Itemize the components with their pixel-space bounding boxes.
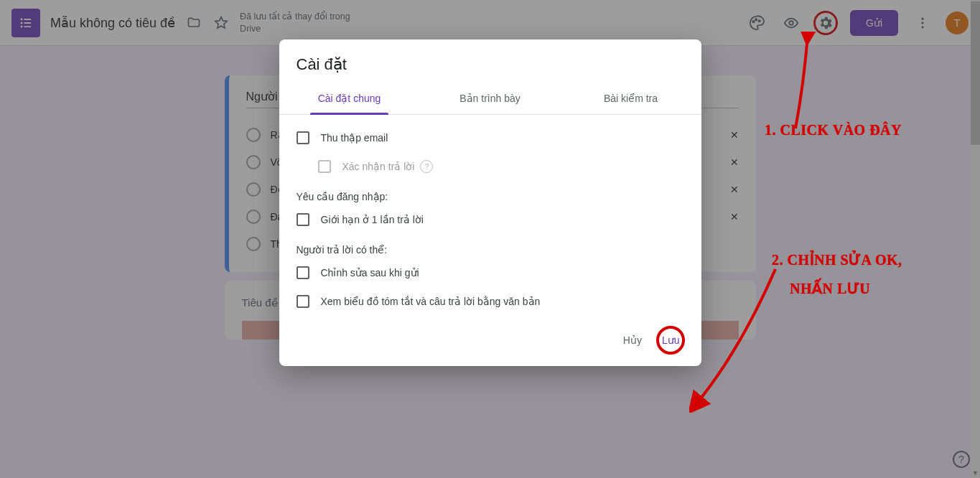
arrow-1 [790, 32, 818, 136]
checkbox-icon[interactable] [297, 266, 309, 279]
save-button[interactable]: Lưu [655, 329, 687, 352]
edit-after-label: Chỉnh sửa sau khi gửi [321, 267, 419, 278]
collect-email-row[interactable]: Thu thập email [297, 123, 684, 152]
annotation-step2b: NHẤN LƯU [790, 280, 870, 297]
tab-presentation[interactable]: Bản trình bày [420, 83, 561, 114]
limit-one-label: Giới hạn ở 1 lần trả lời [321, 214, 424, 225]
limit-one-row[interactable]: Giới hạn ở 1 lần trả lời [297, 205, 684, 234]
edit-after-row[interactable]: Chỉnh sửa sau khi gửi [297, 258, 684, 287]
settings-dialog: Cài đặt Cài đặt chung Bản trình bày Bài … [279, 39, 701, 366]
checkbox-icon[interactable] [297, 131, 309, 144]
help-icon[interactable]: ? [420, 160, 433, 173]
checkbox-icon[interactable] [297, 295, 309, 308]
annotation-step1: 1. CLICK VÀO ĐÂY [765, 122, 902, 139]
dialog-tabs: Cài đặt chung Bản trình bày Bài kiểm tra [279, 83, 701, 115]
confirm-response-label: Xác nhận trả lời [342, 161, 415, 172]
view-summary-label: Xem biểu đồ tóm tắt và câu trả lời bằng … [321, 296, 541, 307]
checkbox-icon[interactable] [297, 213, 309, 226]
arrow-2 [689, 266, 783, 413]
confirm-response-row: Xác nhận trả lời ? [297, 152, 684, 181]
save-highlight-circle [656, 326, 685, 355]
view-summary-row[interactable]: Xem biểu đồ tóm tắt và câu trả lời bằng … [297, 287, 684, 316]
collect-email-label: Thu thập email [321, 132, 388, 144]
tab-quiz[interactable]: Bài kiểm tra [561, 83, 701, 114]
dialog-title: Cài đặt [279, 39, 701, 83]
checkbox-icon [318, 160, 331, 173]
login-section-label: Yêu cầu đăng nhập: [297, 181, 684, 205]
respondent-section-label: Người trả lời có thể: [297, 234, 684, 258]
annotation-step2a: 2. CHỈNH SỬA OK, [772, 251, 902, 268]
cancel-button[interactable]: Hủy [616, 329, 649, 352]
tab-general[interactable]: Cài đặt chung [279, 83, 420, 114]
